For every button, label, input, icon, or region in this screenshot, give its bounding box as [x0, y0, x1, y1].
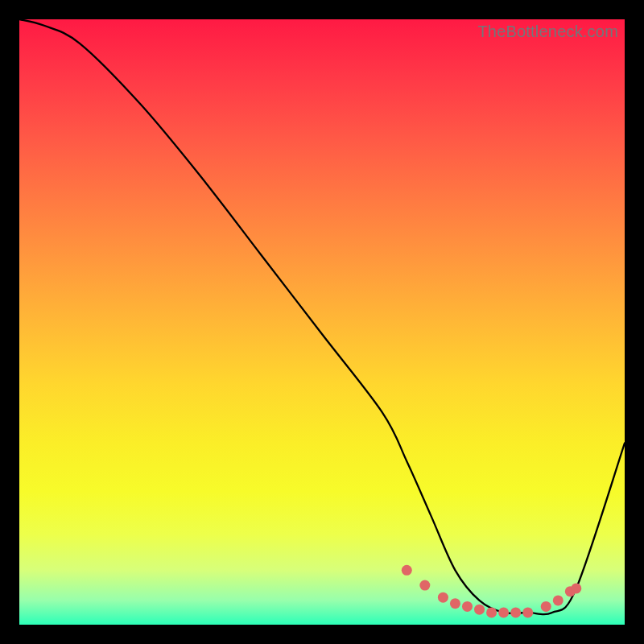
basin-dot	[571, 583, 581, 593]
basin-dot	[510, 607, 521, 617]
basin-dot	[474, 605, 485, 615]
basin-dot	[450, 598, 460, 609]
basin-dots	[402, 565, 582, 618]
basin-dot	[498, 607, 509, 617]
curve-layer	[19, 19, 625, 625]
plot-area: TheBottleneck.com	[19, 19, 625, 625]
chart-container: TheBottleneck.com	[0, 0, 644, 644]
basin-dot	[553, 595, 564, 605]
bottleneck-curve	[19, 19, 625, 614]
basin-dot	[462, 601, 473, 612]
basin-dot	[486, 607, 497, 617]
basin-dot	[522, 607, 533, 617]
basin-dot	[438, 592, 448, 603]
basin-dot	[419, 580, 430, 591]
basin-dot	[402, 565, 412, 576]
basin-dot	[541, 601, 551, 612]
